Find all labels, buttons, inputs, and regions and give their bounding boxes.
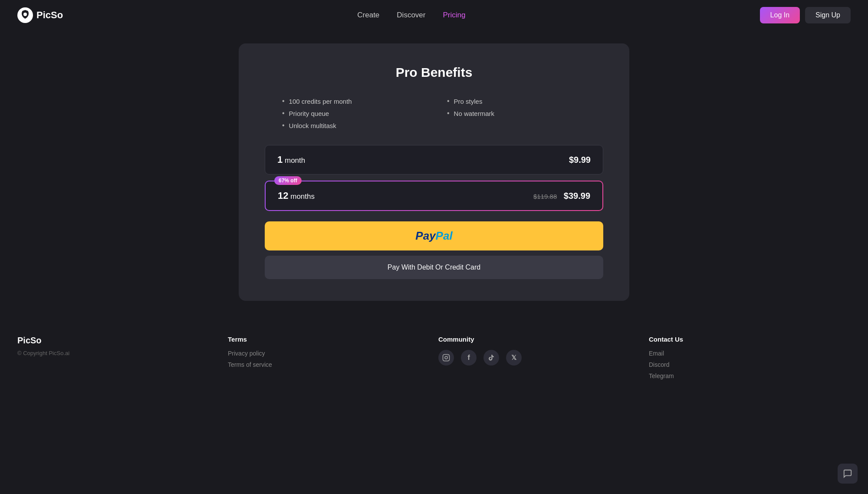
paypal-button[interactable]: PayPal: [265, 221, 603, 250]
footer-discord-link[interactable]: Discord: [649, 361, 851, 368]
main-content: Pro Benefits • 100 credits per month • P…: [0, 30, 868, 314]
pricing-title: Pro Benefits: [265, 65, 603, 80]
benefit-pro-styles: • Pro styles: [447, 97, 586, 105]
footer-copyright: © Copyright PicSo.ai: [17, 350, 219, 356]
nav-actions: Log In Sign Up: [760, 7, 851, 23]
footer: PicSo © Copyright PicSo.ai Terms Privacy…: [0, 314, 868, 401]
benefit-watermark: • No watermark: [447, 109, 586, 117]
footer-brand-col: PicSo © Copyright PicSo.ai: [17, 336, 219, 384]
plan-options: 1 month $9.99 67% off 12 months $119.88 …: [265, 145, 603, 211]
footer-community-title: Community: [438, 336, 640, 343]
footer-grid: PicSo © Copyright PicSo.ai Terms Privacy…: [17, 336, 851, 384]
footer-email-link[interactable]: Email: [649, 350, 851, 357]
footer-tos-link[interactable]: Terms of service: [228, 361, 430, 368]
benefit-priority: • Priority queue: [282, 109, 421, 117]
plan-monthly[interactable]: 1 month $9.99: [265, 145, 603, 175]
footer-brand: PicSo: [17, 336, 219, 346]
footer-terms-title: Terms: [228, 336, 430, 343]
chat-widget[interactable]: [838, 464, 858, 484]
logo[interactable]: PicSo: [17, 7, 63, 23]
twitter-icon[interactable]: 𝕏: [506, 350, 522, 366]
nav-links: Create Discover Pricing: [357, 11, 465, 20]
svg-point-2: [445, 356, 447, 359]
svg-rect-1: [443, 355, 450, 361]
benefit-multitask: • Unlock multitask: [282, 122, 421, 129]
facebook-icon[interactable]: f: [461, 350, 477, 366]
logo-icon: [17, 7, 33, 23]
benefit-credits: • 100 credits per month: [282, 97, 421, 105]
social-icons: f 𝕏: [438, 350, 640, 366]
footer-community-col: Community f 𝕏: [438, 336, 640, 384]
footer-telegram-link[interactable]: Telegram: [649, 372, 851, 379]
plan-annual[interactable]: 67% off 12 months $119.88 $39.99: [265, 181, 603, 211]
logo-text: PicSo: [36, 10, 63, 21]
card-payment-button[interactable]: Pay With Debit Or Credit Card: [265, 256, 603, 279]
footer-contact-title: Contact Us: [649, 336, 851, 343]
pricing-card: Pro Benefits • 100 credits per month • P…: [239, 43, 629, 301]
tiktok-icon[interactable]: [483, 350, 499, 366]
nav-pricing[interactable]: Pricing: [443, 11, 465, 20]
footer-privacy-link[interactable]: Privacy policy: [228, 350, 430, 357]
footer-contact-col: Contact Us Email Discord Telegram: [649, 336, 851, 384]
discount-badge: 67% off: [274, 176, 302, 185]
login-button[interactable]: Log In: [760, 7, 800, 23]
svg-point-0: [23, 13, 27, 16]
instagram-icon[interactable]: [438, 350, 454, 366]
svg-point-3: [447, 356, 448, 356]
footer-terms-col: Terms Privacy policy Terms of service: [228, 336, 430, 384]
navbar: PicSo Create Discover Pricing Log In Sig…: [0, 0, 868, 30]
nav-discover[interactable]: Discover: [397, 11, 425, 20]
benefits-grid: • 100 credits per month • Pro styles • P…: [265, 97, 603, 129]
signup-button[interactable]: Sign Up: [805, 7, 851, 23]
nav-create[interactable]: Create: [357, 11, 379, 20]
